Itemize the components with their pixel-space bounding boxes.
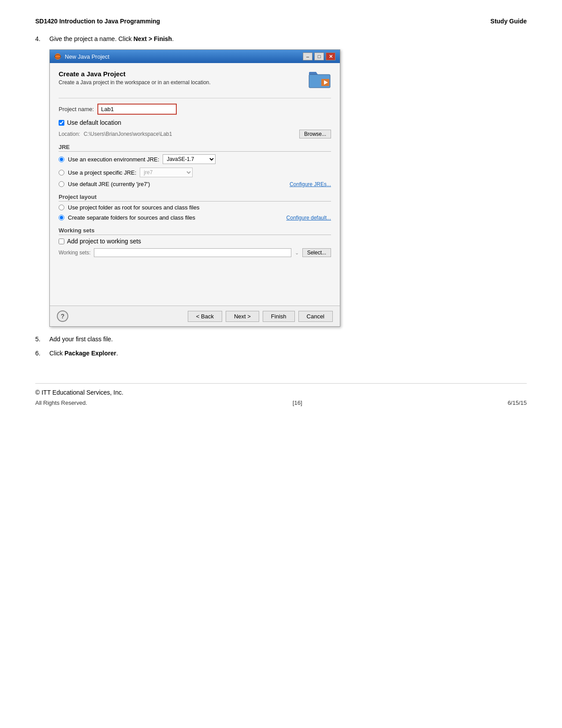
page-number: [16] bbox=[293, 399, 302, 406]
select-button[interactable]: Select... bbox=[302, 248, 331, 257]
jre-dropdown1[interactable]: JavaSE-1.7 bbox=[163, 154, 216, 164]
page-header: SD1420 Introduction to Java Programming … bbox=[35, 18, 527, 25]
project-layout-label: Project layout bbox=[59, 194, 331, 202]
jre-radio2-row: Use a project specific JRE: jre7 bbox=[59, 168, 331, 177]
step-4: 4. Give the project a name. Click Next >… bbox=[35, 35, 527, 42]
jre-radio1-label: Use an execution environment JRE: bbox=[68, 156, 159, 163]
location-label: Location: bbox=[59, 131, 80, 137]
date-text: 6/15/15 bbox=[508, 399, 527, 406]
add-working-sets-row: Add project to working sets bbox=[59, 238, 331, 245]
project-layout-section: Project layout Use project folder as roo… bbox=[59, 194, 331, 221]
jre-radio3-label: Use default JRE (currently 'jre7') bbox=[68, 181, 150, 187]
layout-radio2-row: Create separate folders for sources and … bbox=[59, 214, 331, 221]
jre-radio1-row: Use an execution environment JRE: JavaSE… bbox=[59, 154, 331, 164]
rights-text: All Rights Reserved. bbox=[35, 399, 87, 406]
folder-icon bbox=[308, 68, 331, 89]
help-button[interactable]: ? bbox=[57, 310, 68, 322]
footer-bottom: All Rights Reserved. [16] 6/15/15 bbox=[35, 399, 527, 406]
separator-1 bbox=[59, 98, 331, 98]
window-controls: – □ ✕ bbox=[303, 52, 335, 60]
step-6-bold: Package Explorer bbox=[64, 350, 116, 357]
use-default-location-checkbox[interactable] bbox=[59, 120, 64, 126]
back-button[interactable]: < Back bbox=[188, 311, 222, 322]
new-java-project-dialog: New Java Project – □ ✕ Create a Java Pro… bbox=[49, 49, 340, 327]
browse-button[interactable]: Browse... bbox=[299, 130, 331, 138]
step-5: 5. Add your first class file. bbox=[35, 336, 527, 343]
layout-radio1-row: Use project folder as root for sources a… bbox=[59, 204, 331, 211]
jre-radio2-label: Use a project specific JRE: bbox=[68, 169, 136, 176]
jre-radio1[interactable] bbox=[59, 157, 64, 162]
layout-radio1-label: Use project folder as root for sources a… bbox=[68, 204, 199, 211]
use-default-location-row: Use default location bbox=[59, 119, 331, 126]
dialog-heading: Create a Java Project bbox=[59, 70, 211, 78]
step-4-number: 4. bbox=[35, 35, 46, 42]
guide-title: Study Guide bbox=[491, 18, 527, 25]
use-default-location-label: Use default location bbox=[67, 119, 121, 126]
step-4-intro: Give the project a name. Click bbox=[49, 35, 134, 42]
eclipse-icon bbox=[54, 53, 61, 60]
step-4-bold: Next > Finish bbox=[134, 35, 172, 42]
working-sets-input[interactable] bbox=[94, 248, 291, 257]
step-6-text: Click Package Explorer. bbox=[49, 350, 527, 357]
jre-radio3[interactable] bbox=[59, 181, 64, 187]
project-name-input[interactable] bbox=[97, 104, 177, 115]
copyright-text: © ITT Educational Services, Inc. bbox=[35, 389, 527, 396]
step-4-text: Give the project a name. Click Next > Fi… bbox=[49, 35, 527, 42]
working-sets-section: Working sets Add project to working sets… bbox=[59, 227, 331, 257]
next-button[interactable]: Next > bbox=[226, 311, 259, 322]
dialog-subtext: Create a Java project in the workspace o… bbox=[59, 79, 211, 86]
add-working-sets-checkbox[interactable] bbox=[59, 239, 64, 244]
finish-button[interactable]: Finish bbox=[263, 311, 295, 322]
jre-section-label: JRE bbox=[59, 144, 331, 152]
step-6-intro: Click bbox=[49, 350, 64, 357]
dialog-body: Create a Java Project Create a Java proj… bbox=[50, 63, 340, 306]
page-footer: © ITT Educational Services, Inc. All Rig… bbox=[35, 383, 527, 406]
dialog-title: New Java Project bbox=[65, 53, 109, 60]
step-5-text: Add your first class file. bbox=[49, 336, 527, 343]
titlebar-left: New Java Project bbox=[54, 53, 109, 60]
configure-default-link[interactable]: Configure default... bbox=[287, 215, 331, 221]
step-6-number: 6. bbox=[35, 350, 46, 357]
project-name-row: Project name: bbox=[59, 104, 331, 115]
close-button[interactable]: ✕ bbox=[326, 52, 335, 60]
working-sets-dropdown-arrow: ⌄ bbox=[295, 250, 299, 256]
layout-radio1[interactable] bbox=[59, 205, 64, 210]
configure-jres-link[interactable]: Configure JREs... bbox=[290, 181, 331, 187]
working-sets-input-row: Working sets: ⌄ Select... bbox=[59, 248, 331, 257]
jre-dropdown2[interactable]: jre7 bbox=[140, 168, 193, 177]
dialog-spacer bbox=[59, 263, 331, 299]
cancel-button[interactable]: Cancel bbox=[298, 311, 333, 322]
layout-radio2-label: Create separate folders for sources and … bbox=[68, 214, 195, 221]
minimize-button[interactable]: – bbox=[303, 52, 313, 60]
dialog-footer: ? < Back Next > Finish Cancel bbox=[50, 306, 340, 326]
jre-section: JRE Use an execution environment JRE: Ja… bbox=[59, 144, 331, 187]
svg-point-0 bbox=[55, 53, 61, 60]
jre-radio3-row: Use default JRE (currently 'jre7') Confi… bbox=[59, 181, 331, 187]
location-row: Location: C:\Users\BrianJones\workspace\… bbox=[59, 130, 331, 138]
working-sets-label: Working sets bbox=[59, 227, 331, 235]
course-title: SD1420 Introduction to Java Programming bbox=[35, 18, 160, 25]
add-working-sets-label: Add project to working sets bbox=[67, 238, 141, 245]
working-sets-field-label: Working sets: bbox=[59, 250, 90, 256]
location-value: C:\Users\BrianJones\workspace\Lab1 bbox=[84, 131, 296, 137]
step-4-after: . bbox=[172, 35, 174, 42]
maximize-button[interactable]: □ bbox=[314, 52, 324, 60]
jre-radio2[interactable] bbox=[59, 170, 64, 175]
dialog-titlebar: New Java Project – □ ✕ bbox=[50, 50, 340, 63]
dialog-content-left: Create a Java Project Create a Java proj… bbox=[59, 70, 211, 93]
step-5-number: 5. bbox=[35, 336, 46, 343]
project-name-label: Project name: bbox=[59, 106, 94, 112]
step-6-after: . bbox=[116, 350, 118, 357]
layout-radio2[interactable] bbox=[59, 215, 64, 220]
step-6: 6. Click Package Explorer. bbox=[35, 350, 527, 357]
